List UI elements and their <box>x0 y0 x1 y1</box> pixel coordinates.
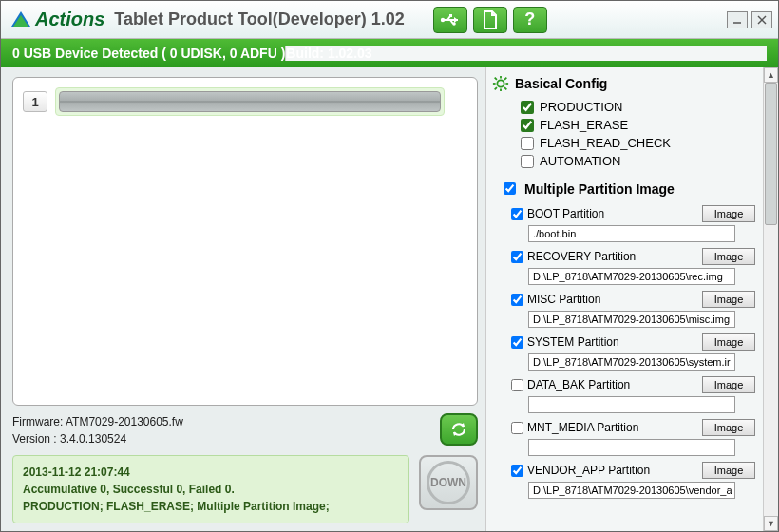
summary-line2: Accumulative 0, Successful 0, Failed 0. <box>23 481 399 498</box>
config-header-text: Basical Config <box>515 76 607 91</box>
svg-line-14 <box>495 78 497 80</box>
scroll-down-button[interactable]: ▼ <box>764 516 778 531</box>
partition-row: VENDOR_APP PartitionImage <box>511 462 755 479</box>
close-button[interactable] <box>751 11 772 28</box>
partition-image-button[interactable]: Image <box>702 291 755 308</box>
partition-label: BOOT Partition <box>527 207 698 220</box>
multi-partition-checkbox[interactable] <box>504 182 516 195</box>
partition-block: DATA_BAK PartitionImage <box>511 376 755 413</box>
partition-label: MNT_MEDIA Partition <box>527 421 698 434</box>
app-title: Tablet Product Tool(Developer) 1.02 <box>114 10 404 29</box>
config-checkbox[interactable] <box>521 101 534 114</box>
app-window: Actions Tablet Product Tool(Developer) 1… <box>0 0 779 532</box>
status-right: Build: 1.02.03 <box>285 46 767 61</box>
down-icon: DOWN <box>427 461 470 504</box>
partition-block: RECOVERY PartitionImageD:\LP_8718\ATM702… <box>511 248 755 285</box>
config-scrollbar[interactable]: ▲ ▼ <box>763 67 778 531</box>
partition-image-button[interactable]: Image <box>702 205 755 222</box>
scroll-thumb[interactable] <box>765 83 777 225</box>
config-label: FLASH_READ_CHECK <box>540 136 671 150</box>
svg-line-16 <box>504 78 506 80</box>
svg-point-5 <box>452 22 456 26</box>
file-button[interactable] <box>473 7 507 33</box>
partition-image-button[interactable]: Image <box>702 419 755 436</box>
close-icon <box>757 15 767 25</box>
brand-logo: Actions <box>9 8 104 32</box>
partition-path[interactable]: D:\LP_8718\ATM7029-20130605\system.ir <box>528 353 735 370</box>
multi-partition-label: Multiple Partition Image <box>524 181 674 197</box>
partition-block: MISC PartitionImageD:\LP_8718\ATM7029-20… <box>511 291 755 328</box>
partition-path[interactable]: D:\LP_8718\ATM7029-20130605\misc.img <box>528 311 735 328</box>
main-area: 1 Firmware: ATM7029-20130605.fw Version … <box>1 67 778 531</box>
partition-row: SYSTEM PartitionImage <box>511 333 755 351</box>
partition-image-button[interactable]: Image <box>702 376 755 393</box>
help-icon: ? <box>524 10 535 29</box>
firmware-line1: Firmware: ATM7029-20130605.fw <box>12 413 440 430</box>
scroll-up-button[interactable]: ▲ <box>764 67 778 83</box>
partition-row: RECOVERY PartitionImage <box>511 248 755 265</box>
svg-point-9 <box>497 80 504 86</box>
partition-block: VENDOR_APP PartitionImageD:\LP_8718\ATM7… <box>511 462 755 499</box>
bottom-row: 2013-11-12 21:07:44 Accumulative 0, Succ… <box>12 455 478 523</box>
down-label: DOWN <box>430 476 466 489</box>
down-button[interactable]: DOWN <box>419 455 478 510</box>
partition-image-button[interactable]: Image <box>702 333 755 351</box>
partition-checkbox[interactable] <box>511 422 523 434</box>
firmware-line2: Version : 3.4.0.130524 <box>12 430 440 447</box>
config-row: AUTOMATION <box>492 152 759 170</box>
partition-path[interactable] <box>528 439 735 456</box>
status-left: 0 USB Device Detected ( 0 UDISK, 0 ADFU … <box>12 46 285 61</box>
progress-container <box>55 87 445 116</box>
config-row: FLASH_ERASE <box>492 116 759 134</box>
config-row: FLASH_READ_CHECK <box>492 134 759 152</box>
multi-partition-header: Multiple Partition Image <box>492 178 759 201</box>
partition-checkbox[interactable] <box>511 294 523 306</box>
summary-line1: 2013-11-12 21:07:44 <box>23 464 399 481</box>
partition-image-button[interactable]: Image <box>702 248 755 265</box>
partition-checkbox[interactable] <box>511 251 523 263</box>
config-checkbox[interactable] <box>521 137 534 150</box>
status-bar: 0 USB Device Detected ( 0 UDISK, 0 ADFU … <box>1 39 778 67</box>
partition-block: BOOT PartitionImage./boot.bin <box>511 205 755 242</box>
scroll-track[interactable] <box>764 83 778 516</box>
partition-path[interactable]: D:\LP_8718\ATM7029-20130605\rec.img <box>528 268 735 285</box>
config-scroll: Basical Config PRODUCTIONFLASH_ERASEFLAS… <box>486 67 763 531</box>
config-label: FLASH_ERASE <box>540 118 628 132</box>
left-panel: 1 Firmware: ATM7029-20130605.fw Version … <box>1 67 485 531</box>
partition-checkbox[interactable] <box>511 336 523 349</box>
svg-rect-3 <box>449 14 452 17</box>
config-checkbox[interactable] <box>521 155 534 168</box>
partition-label: VENDOR_APP Partition <box>527 464 698 477</box>
config-panel: Basical Config PRODUCTIONFLASH_ERASEFLAS… <box>485 67 778 531</box>
config-checkbox[interactable] <box>521 119 534 132</box>
partition-image-button[interactable]: Image <box>702 462 755 479</box>
firmware-text: Firmware: ATM7029-20130605.fw Version : … <box>12 413 440 447</box>
help-button[interactable]: ? <box>513 7 547 33</box>
partition-label: DATA_BAK Partition <box>527 378 698 391</box>
summary-panel: 2013-11-12 21:07:44 Accumulative 0, Succ… <box>12 455 409 523</box>
config-label: PRODUCTION <box>540 100 622 114</box>
refresh-button[interactable] <box>440 413 478 446</box>
partition-row: MISC PartitionImage <box>511 291 755 308</box>
file-icon <box>482 10 499 29</box>
partition-checkbox[interactable] <box>511 208 523 220</box>
partition-path[interactable] <box>528 396 735 413</box>
usb-button[interactable] <box>433 7 467 33</box>
device-list-panel: 1 <box>12 77 478 406</box>
partition-block: MNT_MEDIA PartitionImage <box>511 419 755 456</box>
partition-path[interactable]: D:\LP_8718\ATM7029-20130605\vendor_a <box>528 482 735 499</box>
config-row: PRODUCTION <box>492 98 759 116</box>
window-controls <box>727 11 772 28</box>
partition-label: SYSTEM Partition <box>527 335 698 349</box>
minimize-button[interactable] <box>727 11 748 28</box>
partition-checkbox[interactable] <box>511 379 523 391</box>
partition-label: RECOVERY Partition <box>527 250 698 263</box>
partition-path[interactable]: ./boot.bin <box>528 225 735 242</box>
toolbar: ? <box>433 7 547 33</box>
svg-line-15 <box>504 87 506 89</box>
svg-line-17 <box>495 87 497 89</box>
progress-bar <box>59 91 441 112</box>
partition-row: BOOT PartitionImage <box>511 205 755 222</box>
partition-checkbox[interactable] <box>511 465 523 477</box>
partition-block: SYSTEM PartitionImageD:\LP_8718\ATM7029-… <box>511 333 755 370</box>
